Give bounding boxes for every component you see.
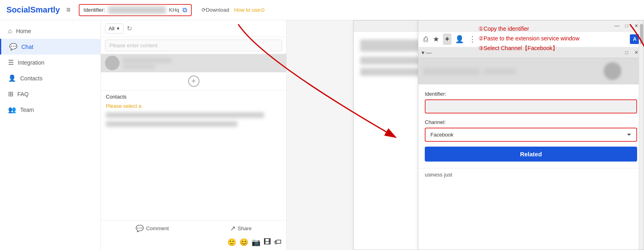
sidebar-item-team-label: Team xyxy=(20,107,34,113)
chat-profile-header xyxy=(101,54,286,72)
translate-btn[interactable]: A xyxy=(630,34,640,44)
chevron-down-icon2: ▾ xyxy=(422,49,424,56)
identifier-label: Identifier: xyxy=(84,7,105,13)
share-icon: ↗ xyxy=(230,225,235,232)
identifier-form: Identifier: Channel: Facebook Instagram … xyxy=(418,84,644,168)
identifier-value xyxy=(108,6,166,14)
scrollbar-track[interactable] xyxy=(639,21,644,250)
extension-content: Identifier: Channel: Facebook Instagram … xyxy=(418,58,644,250)
filter-dropdown[interactable]: All ▼ xyxy=(105,23,124,34)
comment-icon: 💬 xyxy=(136,225,144,232)
sidebar-item-contacts-label: Contacts xyxy=(20,75,42,82)
gif-icon[interactable]: 🎞 xyxy=(264,238,271,247)
action-row: 💬 Comment ↗ Share xyxy=(101,221,286,236)
scrollbar-thumb[interactable] xyxy=(640,24,643,44)
home-icon: ⌂ xyxy=(8,27,12,35)
identifier-input[interactable] xyxy=(425,99,637,113)
chat-bottom-bar: 💬 Comment ↗ Share 🙂 😊 📷 🎞 🏷 xyxy=(101,220,286,250)
puzzle-tool-btn[interactable]: ✦ xyxy=(443,34,451,45)
sidebar-item-chat-label: Chat xyxy=(21,44,34,50)
instruction-line2: ②Paste to the extension service window xyxy=(478,34,579,44)
share-button[interactable]: ↗ Share xyxy=(230,225,252,232)
sidebar-item-integration-label: Integration xyxy=(18,59,44,66)
sidebar-item-home-label: Home xyxy=(16,28,31,34)
share-label: Share xyxy=(238,225,252,231)
top-bar: SocialSmartly ≡ Identifier: KHq ⧉ ⟳Downl… xyxy=(0,0,644,20)
camera-icon[interactable]: 📷 xyxy=(252,238,260,247)
outer-maximize-btn[interactable]: □ xyxy=(623,22,631,30)
chat-icon: 💬 xyxy=(9,43,17,50)
sidebar-item-faq-label: FAQ xyxy=(17,91,29,97)
profile-avatar xyxy=(604,62,621,80)
copy-icon[interactable]: ⧉ xyxy=(183,6,187,14)
sidebar-item-faq[interactable]: ⊞ FAQ xyxy=(0,86,101,102)
comment-label: Comment xyxy=(146,225,169,231)
filter-label: All xyxy=(109,25,114,32)
share-tool-btn[interactable]: ⎙ xyxy=(422,34,429,45)
download-link[interactable]: ⟳Download xyxy=(201,7,229,13)
star-tool-btn[interactable]: ★ xyxy=(432,34,441,45)
extension-popup: — □ ✕ ⎙ ★ ✦ 👤 ⋮ A xyxy=(418,20,644,250)
identifier-kh: KHq xyxy=(169,7,179,13)
menu-icon[interactable]: ≡ xyxy=(66,6,71,14)
dash-btn[interactable]: — xyxy=(426,49,432,56)
app-logo: SocialSmartly xyxy=(6,5,60,15)
chat-search-input[interactable]: Please enter content xyxy=(105,40,282,51)
integration-icon: ☰ xyxy=(8,59,14,66)
sticker-icon[interactable]: 🙂 xyxy=(227,238,236,247)
channel-select[interactable]: Facebook Instagram Twitter WhatsApp xyxy=(425,128,637,142)
emoji-icon[interactable]: 😊 xyxy=(239,238,248,247)
contacts-title: Contacts xyxy=(106,94,281,100)
instruction-line1: ①Copy the identifier xyxy=(478,24,579,34)
contacts-select-prompt: Please select a xyxy=(106,103,281,109)
sidebar-item-home[interactable]: ⌂ Home xyxy=(0,23,101,39)
contacts-section: Contacts Please select a xyxy=(101,90,286,135)
inner-maximize-btn[interactable]: □ xyxy=(623,48,631,57)
refresh-icon[interactable]: ↻ xyxy=(127,25,132,32)
instruction-line3: ③Select Channel【Facebook】 xyxy=(478,44,579,53)
comment-button[interactable]: 💬 Comment xyxy=(136,225,169,232)
profile-header-area xyxy=(418,58,644,84)
chevron-down-icon: ▼ xyxy=(116,26,120,31)
sidebar-item-chat[interactable]: 💬 Chat xyxy=(0,39,101,55)
content-preview: usiness just xyxy=(418,168,644,179)
channel-label: Channel: xyxy=(425,119,637,125)
contacts-icon: 👤 xyxy=(8,74,16,82)
chat-panel: All ▼ ↻ Please enter content xyxy=(101,20,287,250)
id-form-label: Identifier: xyxy=(425,91,637,97)
identifier-box: Identifier: KHq ⧉ xyxy=(79,4,192,16)
add-tab-button[interactable]: + xyxy=(188,76,199,87)
outer-minimize-btn[interactable]: — xyxy=(613,22,621,30)
sidebar-item-team[interactable]: 👥 Team xyxy=(0,102,101,118)
faq-icon: ⊞ xyxy=(8,90,13,98)
content-area: All ▼ ↻ Please enter content xyxy=(101,20,644,250)
team-icon: 👥 xyxy=(8,106,16,113)
main-area: ⌂ Home 💬 Chat ☰ Integration 👤 Contacts ⊞… xyxy=(0,20,644,250)
more-tool-btn[interactable]: ⋮ xyxy=(468,34,477,45)
sidebar-item-integration[interactable]: ☰ Integration xyxy=(0,55,101,70)
instructions: ①Copy the identifier ②Paste to the exten… xyxy=(478,24,579,53)
top-actions: ⟳Download How to use⊙ xyxy=(201,7,265,13)
emoji-row: 🙂 😊 📷 🎞 🏷 xyxy=(101,236,286,250)
sidebar: ⌂ Home 💬 Chat ☰ Integration 👤 Contacts ⊞… xyxy=(0,20,101,250)
how-to-link[interactable]: How to use⊙ xyxy=(234,7,265,13)
chat-top: All ▼ ↻ xyxy=(101,20,286,37)
sidebar-item-contacts[interactable]: 👤 Contacts xyxy=(0,70,101,86)
more-icon[interactable]: 🏷 xyxy=(274,238,281,247)
app-container: SocialSmartly ≡ Identifier: KHq ⧉ ⟳Downl… xyxy=(0,0,644,250)
profile-tool-btn[interactable]: 👤 xyxy=(454,34,465,45)
related-button[interactable]: Related xyxy=(425,147,637,162)
